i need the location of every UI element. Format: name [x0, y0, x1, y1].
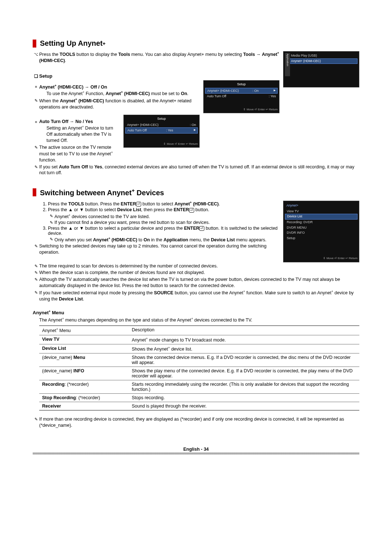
r7m: Receiver	[39, 402, 129, 410]
s2-note1: Switching to the selected devices may ta…	[39, 243, 279, 255]
item1-note1: When the Anynet+ (HDMI-CEC) function is …	[39, 98, 200, 110]
enter-icon: ⏎	[189, 208, 194, 213]
section1-title: Setting Up Anynet	[40, 39, 103, 48]
checkbox-icon	[33, 73, 39, 79]
r6d: Stops recording.	[129, 393, 359, 402]
table-row: (device_name) INFO Shows the play menu o…	[39, 367, 359, 380]
note-icon	[33, 98, 39, 104]
osd-anynet-i5: DVDR INFO	[285, 230, 358, 236]
item2-head: Auto Turn Off → No / Yes	[39, 119, 120, 124]
note-icon	[33, 164, 39, 170]
osd-anynet: Anynet+ View TV Device List Recording: D…	[283, 201, 359, 262]
enter-icon: ⏎	[136, 202, 141, 206]
table-header-row: Anynet+ Menu Description	[39, 326, 359, 335]
note-icon	[48, 237, 54, 242]
item2-note1: The active source on the TV remote must …	[39, 144, 120, 163]
s2-note5: If you have selected external input mode…	[39, 290, 359, 302]
table-row: Device List Shows the Anynet+ device lis…	[39, 344, 359, 353]
r5m: Recording: (*recorder)	[39, 380, 129, 393]
item1-line1: To use the Anynet+ Function, Anynet+ (HD…	[46, 90, 359, 97]
table-row: View TV Anynet+ mode changes to TV broad…	[39, 335, 359, 344]
footer-line	[33, 453, 359, 455]
note-icon	[33, 270, 39, 276]
osd-anynet-title: Anynet+	[285, 202, 358, 209]
red-bar-icon	[33, 188, 36, 196]
anynet-menu-intro: The Anynet+ menu changes depending on th…	[39, 317, 359, 323]
setup-heading: Setup	[39, 73, 279, 79]
osd-application: Application Media Play (USB) Anynet+ (HD…	[283, 51, 359, 87]
section2-title: Switching between Anynet+ Devices	[40, 188, 164, 197]
r5d: Starts recording immediately using the r…	[129, 380, 359, 393]
osd-setup2-row2: Auto Turn Off: Yes	[125, 127, 198, 134]
osd-app-sidebar: Application	[285, 53, 290, 76]
red-bar-icon	[33, 40, 36, 48]
table-row: Stop Recording: (*recorder) Stops record…	[39, 393, 359, 402]
osd-anynet-footer: ⇕ Move ⏎ Enter ↩ Return	[285, 256, 358, 260]
bullet-icon	[33, 119, 39, 124]
osd-setup1-footer: ⇕ Move ⏎ Enter ↩ Return	[205, 107, 278, 111]
osd-setup2-title: Setup	[125, 116, 198, 121]
page-footer: English - 34	[183, 447, 209, 452]
note-icon	[33, 416, 39, 422]
osd-anynet-i3: Recording: DVDR	[285, 220, 358, 225]
osd-setup1-title: Setup	[205, 82, 278, 87]
section-title-switching: Switching between Anynet+ Devices	[33, 188, 359, 197]
bullet-icon	[33, 84, 39, 89]
osd-app-item2: Anynet+ (HDMI-CEC)	[285, 58, 358, 64]
r2d: Shows the Anynet+ device list.	[129, 344, 359, 353]
osd-app-item1: Media Play (USB)	[285, 53, 358, 58]
item2-line1: Setting an Anynet+ Device to turn Off au…	[46, 125, 359, 144]
enter-icon: ⏎	[199, 226, 204, 231]
item1-head: Anynet+ (HDMI-CEC) → Off / On	[39, 84, 200, 90]
r1d: Anynet+ mode changes to TV broadcast mod…	[129, 335, 359, 344]
table-row: Receiver Sound is played through the rec…	[39, 402, 359, 410]
r3d: Shows the connected device menus. E.g. I…	[129, 353, 359, 367]
section1-intro: Press the TOOLS button to display the To…	[39, 51, 279, 64]
s2-note2: The time required to scan for devices is…	[39, 263, 359, 269]
r3m: (device_name) Menu	[39, 353, 129, 367]
note-icon	[33, 277, 39, 283]
step3-n1: Only when you set Anynet+ (HDMI-CEC) to …	[54, 237, 266, 242]
anynet-menu-heading: Anynet+ Menu	[33, 310, 359, 315]
r7d: Sound is played through the receiver.	[129, 402, 359, 410]
osd-setup-2: Setup Anynet+ (HDMI-CEC): On Auto Turn O…	[123, 115, 200, 148]
step2-n1: Anynet+ devices connected to the TV are …	[54, 213, 150, 219]
anynet-menu-table: Anynet+ Menu Description View TV Anynet+…	[39, 326, 359, 410]
note-icon	[48, 220, 54, 225]
r1m: View TV	[39, 335, 129, 344]
r4m: (device_name) INFO	[39, 367, 129, 380]
step2-n2: If you cannot find a device you want, pr…	[54, 220, 210, 225]
note-icon	[33, 263, 39, 269]
s2-note4: Although the TV automatically searches t…	[39, 277, 359, 289]
note-icon	[33, 144, 39, 151]
osd-setup2-footer: ⇕ Move ⏎ Enter ↩ Return	[125, 142, 198, 146]
col-desc-header: Description	[129, 326, 359, 335]
osd-anynet-i1: View TV	[285, 209, 358, 214]
osd-setup1-row2: Auto Turn Off: Yes	[205, 94, 278, 99]
note-icon	[33, 243, 39, 249]
table-footnote: If more than one recording device is con…	[39, 416, 359, 429]
osd-anynet-i6: Setup	[285, 236, 358, 241]
osd-anynet-i4: DVDR MENU	[285, 225, 358, 230]
osd-anynet-i2: Device List	[285, 214, 358, 220]
r6m: Stop Recording: (*recorder)	[39, 393, 129, 402]
note-icon	[48, 213, 54, 218]
r4d: Shows the play menu of the connected dev…	[129, 367, 359, 380]
osd-setup-1: Setup Anynet+ (HDMI-CEC): On Auto Turn O…	[203, 80, 279, 113]
s2-note3: When the device scan is complete, the nu…	[39, 270, 359, 276]
osd-setup2-row1: Anynet+ (HDMI-CEC): On	[125, 122, 198, 128]
r2m: Device List	[39, 344, 129, 353]
osd-setup1-row1: Anynet+ (HDMI-CEC): On	[205, 88, 278, 94]
table-row: Recording: (*recorder) Starts recording …	[39, 380, 359, 393]
tools-icon	[33, 51, 39, 57]
item2-note2: If you set Auto Turn Off to Yes, connect…	[39, 164, 359, 176]
col-menu-header: Anynet+ Menu	[39, 326, 129, 335]
section-title-setting-up: Setting Up Anynet+	[33, 39, 359, 48]
note-icon	[33, 290, 39, 296]
table-row: (device_name) Menu Shows the connected d…	[39, 353, 359, 367]
sup-plus: +	[103, 41, 106, 46]
